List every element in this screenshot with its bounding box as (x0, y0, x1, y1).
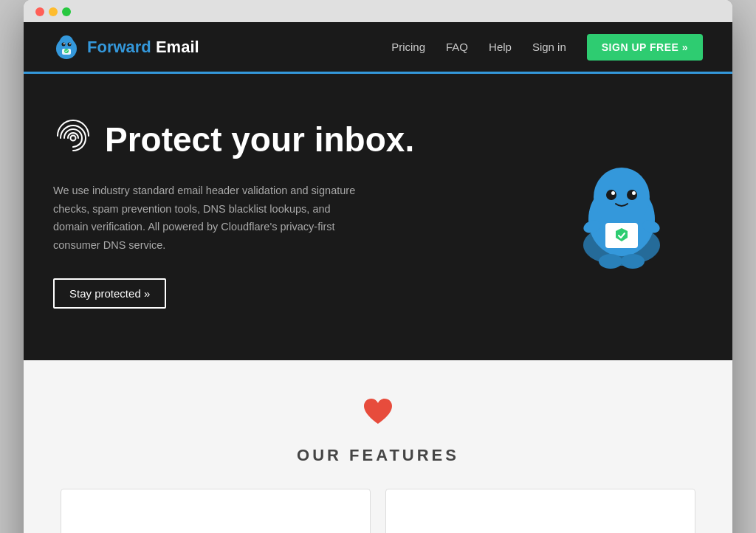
nav-links: Pricing FAQ Help Sign in SIGN UP FREE » (391, 34, 703, 61)
signup-button[interactable]: SIGN UP FREE » (587, 34, 703, 61)
svg-point-14 (611, 191, 615, 195)
svg-point-20 (621, 254, 645, 269)
nav-link-faq[interactable]: FAQ (446, 41, 468, 53)
svg-point-2 (62, 42, 66, 46)
navbar: Forward Email Pricing FAQ Help Sign in S… (24, 22, 732, 74)
browser-dots (35, 7, 721, 16)
hero-content: Protect your inbox. We use industry stan… (53, 118, 414, 309)
dot-maximize[interactable] (62, 7, 71, 16)
hero-section: Protect your inbox. We use industry stan… (24, 74, 732, 360)
hero-mascot (570, 149, 673, 278)
svg-point-5 (69, 43, 71, 44)
fingerprint-icon (53, 118, 93, 161)
feature-card-2 (385, 489, 695, 533)
features-title: OUR FEATURES (53, 446, 703, 465)
mascot-illustration (570, 149, 673, 275)
feature-card-1 (61, 489, 371, 533)
svg-point-12 (606, 190, 616, 200)
features-section: OUR FEATURES (24, 360, 732, 533)
svg-point-15 (632, 191, 636, 195)
brand-logo-icon (53, 34, 80, 61)
svg-point-3 (68, 42, 72, 46)
hero-heading: Protect your inbox. (105, 121, 414, 159)
dot-minimize[interactable] (49, 7, 58, 16)
nav-link-help[interactable]: Help (489, 41, 512, 53)
nav-link-signin[interactable]: Sign in (532, 41, 566, 53)
browser-chrome (24, 0, 732, 22)
brand-name: Forward Email (87, 38, 199, 57)
nav-link-pricing[interactable]: Pricing (391, 41, 425, 53)
svg-point-4 (63, 43, 65, 44)
heart-icon (53, 397, 703, 434)
hero-description: We use industry standard email header va… (53, 182, 363, 255)
svg-point-13 (627, 190, 637, 200)
hero-title-group: Protect your inbox. (53, 118, 414, 161)
svg-point-19 (599, 254, 622, 269)
nav-brand: Forward Email (53, 34, 391, 61)
svg-point-11 (594, 168, 650, 227)
svg-point-8 (71, 136, 76, 141)
features-cards (53, 489, 703, 533)
dot-close[interactable] (35, 7, 44, 16)
stay-protected-button[interactable]: Stay protected » (53, 278, 166, 309)
browser-window: Forward Email Pricing FAQ Help Sign in S… (24, 0, 732, 533)
